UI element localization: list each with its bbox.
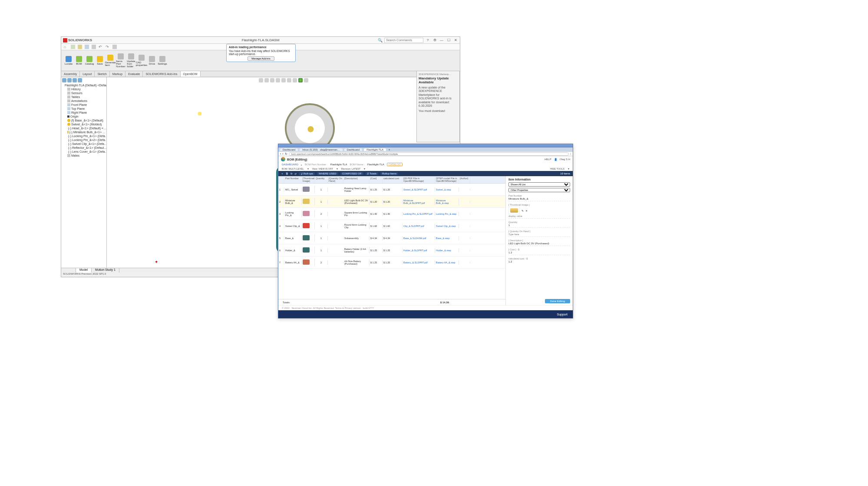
tree-display-icon[interactable] — [67, 78, 72, 82]
column-header[interactable]: [Thumbnail Image] — [302, 176, 315, 183]
table-row[interactable]: 6Holder_&1Battery Holder (2 AA batteries… — [278, 244, 505, 256]
hide-tools-toggle[interactable]: HIDE TOOLS — [550, 167, 564, 170]
browser-tab[interactable]: Flashlight-TLA — [364, 148, 386, 151]
column-header[interactable]: [Quantity On Hand] — [328, 176, 343, 183]
step-link[interactable]: Holder_&.step — [436, 249, 451, 252]
shown-list-select[interactable]: Shown All List — [508, 182, 570, 187]
browser-title-bar[interactable] — [278, 144, 573, 148]
item-qoh-input[interactable] — [508, 233, 570, 236]
hide-show-icon[interactable] — [293, 78, 297, 82]
table-row[interactable]: 5Base_&1Subassembly$ 4.34$ 4.34Base_&.SL… — [278, 232, 505, 244]
cell-part-number[interactable]: Holder_& — [284, 248, 302, 253]
table-row[interactable]: 4Swivel Clip_&1Round 6mm Locking Clip$ 1… — [278, 220, 505, 232]
cell-qty[interactable]: 1 — [315, 248, 328, 253]
view-select[interactable]: View: VIEW IS OFF — [312, 167, 333, 170]
help-icon[interactable]: ? — [425, 38, 430, 43]
ribbon-generate-button[interactable]: GenerateItem — [106, 51, 115, 70]
tree-item[interactable]: Tables — [67, 95, 106, 99]
step-link[interactable]: Base_&.step — [436, 237, 449, 240]
cell-part-number[interactable]: MO_ Swivel — [284, 187, 302, 192]
cell-qty[interactable]: 1 — [315, 200, 328, 204]
composed-of-button[interactable]: COMPOSED OF — [340, 172, 363, 175]
tree-root[interactable]: Flashlight-TLA (Default) <Defau… — [64, 83, 106, 87]
ribbon-cad-button[interactable]: CADproperties — [137, 51, 146, 70]
tree-item[interactable]: (-) Locking Pin_&<2> (Defa… — [67, 138, 106, 142]
appearance-icon[interactable] — [298, 78, 303, 82]
cell-part-number[interactable]: Swivel Clip_& — [284, 224, 302, 228]
delete-icon[interactable]: 🗑 — [286, 172, 288, 175]
pdf-link[interactable]: Swivel_&.SLDPRT.pdf — [403, 188, 427, 191]
browser-tab[interactable]: Dashboard — [344, 148, 362, 151]
tab-layout[interactable]: Layout — [80, 71, 95, 77]
cell-qty[interactable]: 1 — [315, 224, 328, 228]
tree-item[interactable]: (-) Lens Cover_&<1> (Defa… — [67, 150, 106, 154]
step-link[interactable]: Swivel_&.step — [436, 188, 451, 191]
support-bar[interactable]: Support — [278, 310, 573, 318]
step-link[interactable]: Miniature Bulb_&.step — [436, 199, 449, 204]
redo-icon[interactable]: ↷ — [106, 45, 110, 49]
pdf-link[interactable]: Miniature Bulb_&.SLDPRT.pdf — [403, 199, 425, 204]
add-icon[interactable]: ＋ — [281, 172, 284, 176]
ribbon-update-button[interactable]: Updatefromfolder — [126, 51, 136, 70]
done-editing-button[interactable]: Done Editing — [545, 299, 570, 303]
pdf-link[interactable]: Holder_&.SLDPRT.pdf — [403, 249, 427, 252]
rollups-button[interactable]: ↧Roll-ups — [299, 172, 315, 175]
user-avatar-icon[interactable]: 👤 — [554, 158, 557, 161]
new-icon[interactable] — [71, 45, 75, 49]
tab-evaluate[interactable]: Evaluate — [125, 71, 143, 77]
cell-description[interactable]: LED Light Bulb DC 3V (Purchased) — [343, 198, 370, 205]
display-style-icon[interactable] — [287, 78, 291, 82]
item-qty[interactable]: 1 — [508, 224, 570, 227]
tree-item[interactable]: (-) Miniature Bulb_&<1> … — [67, 130, 106, 134]
table-row[interactable]: 7Battery AA_&2AA Size Battery (Purchased… — [278, 256, 505, 269]
column-header[interactable]: [2D PDF File in OpenBOMStorage] — [403, 176, 435, 183]
step-link[interactable]: Locking Pin_&.step — [436, 213, 456, 215]
tree-item[interactable]: History — [67, 87, 106, 91]
help-link[interactable]: HELP — [545, 158, 551, 161]
extensions-icon[interactable]: ⁝ — [570, 152, 571, 156]
pdf-link[interactable]: Clip_&.SLDPRT.pdf — [403, 225, 424, 227]
settings-icon[interactable]: ⚙ — [432, 38, 437, 43]
step-link[interactable]: Battery AA_&.step — [436, 261, 455, 264]
cell-qty[interactable]: 2 — [315, 212, 328, 216]
ribbon-save-button[interactable]: Save — [95, 51, 105, 70]
remove-thumb-icon[interactable]: ✕ — [525, 209, 528, 212]
maximize-icon[interactable]: ☐ — [446, 38, 451, 43]
tree-item[interactable]: Right Plane — [67, 111, 106, 115]
tree-item[interactable]: (-) Reflector_&<1> (Defaul… — [67, 146, 106, 150]
prev-view-icon[interactable] — [270, 78, 274, 82]
column-header[interactable]: [Description] — [343, 176, 370, 183]
ribbon-locate-button[interactable]: Locate — [64, 51, 73, 70]
tree-item[interactable]: (-) Locking Pin_&<1> (Defa… — [67, 134, 106, 138]
catalog-badge[interactable]: CATALOG — [387, 163, 403, 166]
tree-item[interactable]: (f) Base_&<1> (Default) — [67, 118, 106, 122]
cell-part-number[interactable]: Locking Pin_& — [284, 210, 302, 217]
undo-icon[interactable]: ↶ — [99, 45, 103, 49]
tree-item[interactable]: Swivel_&<1> (Molded) — [67, 122, 106, 126]
tree-item[interactable]: Front Plane — [67, 103, 106, 107]
cell-description[interactable]: Subassembly — [343, 236, 370, 240]
tree-item[interactable]: Mates — [67, 154, 106, 158]
tree-item[interactable]: Sensors — [67, 91, 106, 95]
tab-sketch[interactable]: Sketch — [95, 71, 109, 77]
step-link[interactable]: Swivel Clip_&.step — [436, 225, 456, 227]
cell-qty[interactable]: 1 — [315, 187, 328, 192]
cell-qty[interactable]: 1 — [315, 236, 328, 240]
table-row[interactable]: 3Locking Pin_&2Square 6mm Locking Pin$ 1… — [278, 208, 505, 220]
item-part-number[interactable]: Miniature Bulb_& — [508, 197, 570, 200]
browser-forward-icon[interactable]: › — [282, 152, 283, 155]
cell-part-number[interactable]: Miniature Bulb_& — [284, 198, 302, 205]
new-tab-button[interactable]: ＋ — [388, 148, 391, 152]
history-icon[interactable]: ↺ — [294, 172, 297, 175]
column-header[interactable]: [STEP model File in OpenBOMStorage] — [435, 176, 459, 183]
tab-openbom[interactable]: OpenBOM — [181, 71, 201, 77]
model-tab[interactable]: Model — [76, 268, 92, 273]
column-header[interactable]: calculated cost — [383, 176, 403, 183]
table-body[interactable]: 1MO_ Swivel1Rotating Head Lamp Holder$ 1… — [278, 184, 505, 299]
column-header[interactable]: Part Number — [284, 176, 302, 183]
copy-icon[interactable]: ⧉ — [290, 172, 292, 175]
column-header[interactable]: [Cost] — [370, 176, 383, 183]
cell-description[interactable]: Round 6mm Locking Clip — [343, 223, 370, 230]
save-icon[interactable] — [85, 45, 89, 49]
minimize-icon[interactable]: ― — [439, 38, 444, 43]
